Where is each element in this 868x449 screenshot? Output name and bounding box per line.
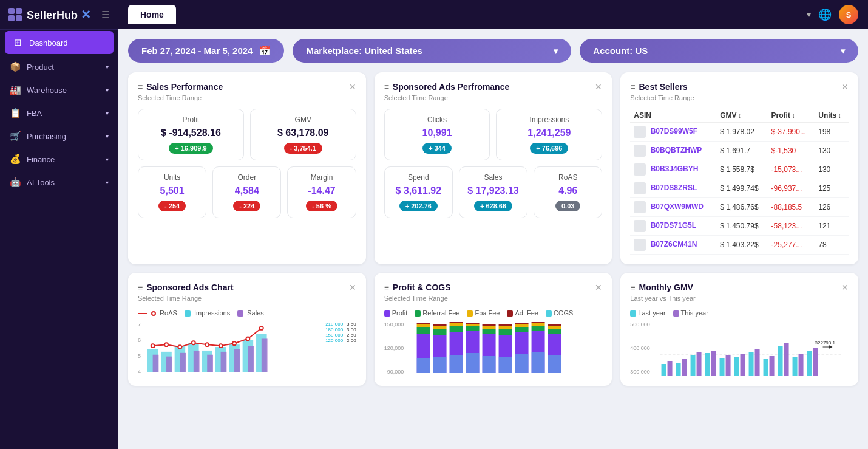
close-icon[interactable]: ✕ [595, 283, 602, 292]
marketplace-filter[interactable]: Marketplace: United States ▾ [293, 39, 571, 63]
metrics-top: Clicks 10,991 + 344 Impressions 1,241,25… [384, 109, 603, 160]
home-tab[interactable]: Home [128, 5, 176, 24]
best-sellers-table: ASIN GMV Profit Units B07DS99W5F $ 1,978… [630, 109, 849, 255]
card-title-row: ≡ Sales Performance [138, 82, 223, 92]
menu-icon: ≡ [138, 82, 143, 92]
svg-rect-79 [705, 353, 710, 376]
asin-cell[interactable]: B07Z6CM41N [630, 236, 716, 255]
sidebar-item-label: AI Tools [27, 178, 55, 187]
sidebar-item-label: Finance [27, 155, 55, 164]
svg-rect-32 [433, 329, 447, 335]
svg-rect-37 [450, 323, 463, 326]
profit-cell: -15,073... [768, 160, 815, 179]
svg-rect-34 [433, 324, 447, 326]
gmv-cell: $ 1,403.22$ [716, 236, 767, 255]
profit-metric: Profit $ -914,528.16 + 16,909.9 [138, 109, 244, 160]
account-filter[interactable]: Account: US ▾ [580, 39, 858, 63]
svg-rect-56 [532, 326, 545, 331]
avatar[interactable]: S [839, 5, 858, 24]
svg-rect-66 [466, 353, 480, 373]
margin-metric: Margin -14.47 - 56 % [287, 166, 356, 218]
close-icon[interactable]: ✕ [595, 82, 602, 92]
asin-cell[interactable]: B07DS8ZRSL [630, 179, 716, 198]
metric-value: -14.47 [295, 185, 348, 196]
svg-rect-30 [417, 323, 430, 324]
svg-rect-85 [748, 352, 753, 376]
table-row: B07QXW9MWD $ 1,486.76$ -88,185.5 126 [630, 198, 849, 217]
asin-link[interactable]: B0B3J4GBYH [651, 165, 699, 173]
svg-rect-28 [417, 327, 430, 334]
sidebar-item-purchasing[interactable]: 🛒 Purchasing ▾ [0, 125, 118, 148]
sidebar-item-label: Product [27, 63, 54, 72]
margin-badge: - 56 % [306, 201, 337, 211]
legend-this-year: This year [673, 309, 708, 317]
asin-link[interactable]: B0BQBTZHWP [651, 146, 702, 154]
card-subtitle: Selected Time Range [384, 94, 603, 101]
profit-cell: $-37,990... [768, 123, 815, 142]
chevron-down-icon: ▾ [106, 179, 109, 186]
sidebar-item-ai-tools[interactable]: 🤖 AI Tools ▾ [0, 171, 118, 194]
asin-cell[interactable]: B07DS99W5F [630, 123, 716, 142]
table-row: B0BQBTZHWP $ 1,691.7 $-1,530 130 [630, 142, 849, 160]
card-subtitle: Selected Time Range [384, 295, 603, 302]
gmv-badge: - 3,754.1 [284, 143, 322, 154]
sidebar-toggle-icon[interactable]: ☰ [101, 9, 110, 21]
units-cell: 125 [815, 179, 849, 198]
metric-value: $ -914,528.16 [146, 128, 236, 139]
card-title: Monthly GMV [639, 283, 693, 292]
sponsored-ads-performance-card: ≡ Sponsored Ads Perfromance ✕ Selected T… [375, 72, 612, 264]
logo-x: ✕ [81, 8, 91, 21]
chart-legend: RoAS Impressions Sales [138, 309, 356, 317]
svg-point-26 [260, 326, 263, 330]
svg-point-24 [232, 341, 236, 345]
clicks-metric: Clicks 10,991 + 344 [384, 109, 490, 160]
asin-link[interactable]: B07QXW9MWD [651, 202, 704, 211]
col-gmv[interactable]: GMV [716, 109, 767, 123]
asin-cell[interactable]: B07QXW9MWD [630, 198, 716, 217]
svg-rect-48 [499, 329, 512, 335]
close-icon[interactable]: ✕ [349, 283, 356, 292]
chart-svg: 322793.1 [654, 321, 849, 376]
asin-cell[interactable]: B07DS71G5L [630, 217, 716, 236]
col-units[interactable]: Units [815, 109, 849, 123]
date-range-filter[interactable]: Feb 27, 2024 - Mar 5, 2024 📅 [128, 39, 284, 63]
col-profit[interactable]: Profit [768, 109, 815, 123]
svg-rect-86 [754, 349, 759, 376]
asin-cell[interactable]: B0BQBTZHWP [630, 142, 716, 160]
svg-rect-52 [515, 327, 529, 332]
chart-legend: Last year This year [630, 309, 849, 317]
asin-link[interactable]: B07Z6CM41N [651, 240, 697, 248]
close-icon[interactable]: ✕ [349, 82, 356, 92]
asin-link[interactable]: B07DS8ZRSL [651, 183, 697, 192]
svg-rect-83 [734, 357, 739, 376]
sidebar-item-dashboard[interactable]: ⊞ Dashboard [5, 31, 114, 54]
chart-area: 500,000400,000300,000 [630, 321, 849, 376]
close-icon[interactable]: ✕ [841, 283, 849, 292]
chart-inner [144, 321, 322, 376]
metric-label: RoAS [541, 173, 594, 182]
chart-legend: Profit Referral Fee Fba Fee Ad. Fee COGS [384, 309, 603, 317]
asin-cell[interactable]: B0B3J4GBYH [630, 160, 716, 179]
monthly-gmv-chart-card: ≡ Monthly GMV ✕ Last year vs This year L… [620, 273, 858, 386]
sidebar-item-fba[interactable]: 📋 FBA ▾ [0, 101, 118, 125]
globe-icon[interactable]: 🌐 [818, 8, 832, 21]
sidebar-item-finance[interactable]: 💰 Finance ▾ [0, 148, 118, 171]
metric-label: GMV [258, 115, 348, 124]
sidebar-item-product[interactable]: 📦 Product ▾ [0, 55, 118, 78]
content-area: Feb 27, 2024 - Mar 5, 2024 📅 Marketplace… [118, 29, 868, 449]
profit-cell: -25,277... [768, 236, 815, 255]
sidebar-item-warehouse[interactable]: 🏭 Warehouse ▾ [0, 78, 118, 101]
asin-link[interactable]: B07DS71G5L [651, 221, 696, 230]
asin-link[interactable]: B07DS99W5F [651, 127, 697, 135]
profit-cell: $-1,530 [768, 142, 815, 160]
card-title: Profit & COGS [393, 283, 451, 292]
svg-rect-58 [532, 322, 545, 323]
svg-rect-84 [740, 354, 745, 376]
profit-cell: -88,185.5 [768, 198, 815, 217]
svg-rect-10 [166, 357, 172, 372]
sponsored-ads-chart-card: ≡ Sponsored Ads Chart ✕ Selected Time Ra… [128, 273, 366, 386]
bottom-cards-row: ≡ Sponsored Ads Chart ✕ Selected Time Ra… [128, 273, 858, 386]
svg-rect-12 [194, 351, 200, 372]
menu-icon: ≡ [138, 283, 143, 292]
close-icon[interactable]: ✕ [841, 82, 849, 92]
